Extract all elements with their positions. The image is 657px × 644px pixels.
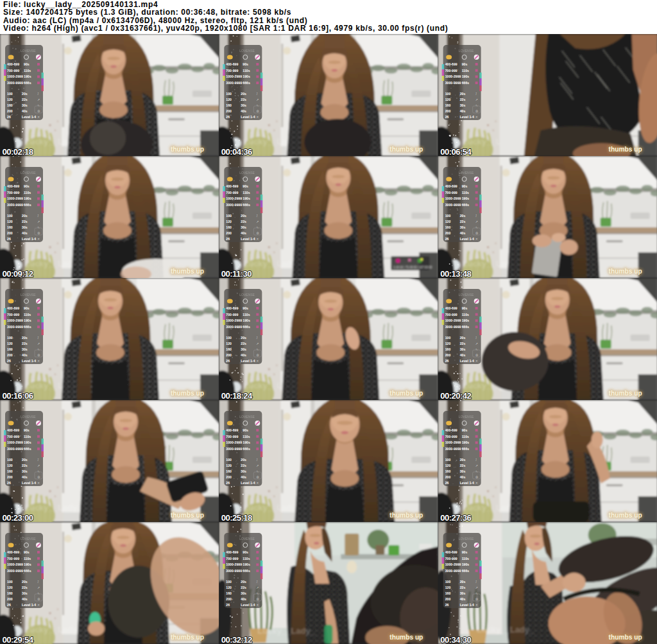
svg-text:30s: 30s — [460, 103, 466, 107]
svg-text:400-699: 400-699 — [7, 550, 19, 554]
svg-text:26: 26 — [7, 237, 11, 241]
svg-text:∿: ∿ — [475, 103, 478, 107]
svg-text:666s: 666s — [462, 81, 470, 85]
svg-text:∿: ∿ — [256, 103, 259, 107]
svg-text:26: 26 — [445, 115, 449, 119]
svg-text:⚙: ⚙ — [256, 109, 259, 113]
svg-text:120: 120 — [226, 98, 232, 101]
svg-text:400-699: 400-699 — [445, 428, 457, 432]
svg-text:20s: 20s — [22, 92, 28, 96]
svg-text:00:09:12: 00:09:12 — [3, 269, 33, 279]
svg-text:110s: 110s — [462, 313, 469, 317]
svg-text:20s: 20s — [241, 92, 246, 96]
svg-text:100: 100 — [226, 336, 232, 340]
svg-text:00:32:12: 00:32:12 — [221, 635, 252, 644]
svg-text:90s: 90s — [462, 62, 468, 66]
svg-text:Level 1-4: Level 1-4 — [460, 237, 474, 241]
svg-text:20s: 20s — [241, 458, 246, 462]
svg-text:thumbs up: thumbs up — [609, 390, 642, 397]
svg-text:400-699: 400-699 — [226, 550, 238, 554]
svg-text:40s: 40s — [460, 475, 466, 479]
svg-text:20s: 20s — [22, 336, 28, 340]
svg-text:00:18:24: 00:18:24 — [221, 391, 253, 401]
svg-text:Level 1-4: Level 1-4 — [460, 481, 474, 485]
svg-text:30s: 30s — [241, 103, 246, 107]
svg-text:✕: ✕ — [37, 603, 40, 607]
svg-text:✕: ✕ — [256, 237, 259, 241]
svg-text:⚙: ⚙ — [256, 597, 259, 601]
svg-text:700-999: 700-999 — [226, 557, 238, 561]
svg-text:90s: 90s — [24, 306, 30, 310]
svg-text:100: 100 — [445, 458, 451, 462]
svg-text:⚙: ⚙ — [37, 231, 40, 235]
svg-text:666s: 666s — [24, 569, 31, 573]
svg-text:↗: ↗ — [475, 98, 478, 101]
svg-text:∿: ∿ — [37, 103, 40, 107]
svg-text:∿: ∿ — [475, 225, 478, 229]
svg-text:100: 100 — [7, 214, 13, 218]
svg-text:26: 26 — [445, 359, 449, 363]
svg-text:✕: ✕ — [475, 481, 478, 485]
svg-text:666s: 666s — [462, 203, 470, 207]
svg-text:110s: 110s — [462, 557, 469, 561]
svg-text:3000-9999: 3000-9999 — [445, 81, 461, 85]
svg-text:1000-2999: 1000-2999 — [445, 440, 461, 444]
svg-text:26: 26 — [226, 115, 230, 119]
svg-text:666s: 666s — [462, 325, 470, 329]
svg-text:700-999: 700-999 — [7, 557, 19, 561]
svg-text:00:34:30: 00:34:30 — [440, 635, 471, 644]
svg-text:26: 26 — [445, 481, 449, 485]
svg-text:1:10:10 | 71:00:00 | 107:00:00: 1:10:10 | 71:00:00 | 107:00:00 — [393, 266, 432, 269]
svg-text:↗: ↗ — [475, 586, 478, 589]
svg-text:3000-9999: 3000-9999 — [226, 203, 242, 207]
svg-text:160: 160 — [445, 591, 451, 595]
svg-text:00:13:48: 00:13:48 — [440, 269, 471, 279]
svg-text:40s: 40s — [22, 475, 28, 479]
svg-text:30s: 30s — [22, 469, 28, 473]
svg-text:700-999: 700-999 — [226, 191, 238, 195]
svg-text:160: 160 — [226, 103, 232, 107]
svg-text:160: 160 — [7, 591, 13, 595]
svg-text:110s: 110s — [243, 69, 250, 73]
svg-text:40s: 40s — [460, 597, 466, 601]
svg-text:Lucky__Lady_: Lucky__Lady_ — [477, 625, 534, 634]
svg-text:20s: 20s — [22, 458, 28, 462]
svg-text:3000-9999: 3000-9999 — [226, 325, 242, 329]
svg-text:40s: 40s — [22, 231, 28, 235]
svg-text:40s: 40s — [22, 597, 28, 601]
svg-text:22s: 22s — [22, 98, 28, 101]
svg-text:200: 200 — [445, 475, 451, 479]
svg-text:↗: ↗ — [37, 342, 40, 345]
svg-text:↗: ↗ — [37, 586, 40, 589]
svg-text:⚙: ⚙ — [37, 475, 40, 479]
svg-text:⚙: ⚙ — [37, 597, 40, 601]
svg-text:1000-2999: 1000-2999 — [445, 196, 461, 200]
svg-text:30s: 30s — [460, 347, 466, 351]
svg-text:LOVENSE: LOVENSE — [239, 293, 255, 297]
svg-text:thumbs up: thumbs up — [389, 146, 423, 153]
svg-text:∿: ∿ — [475, 591, 478, 595]
svg-text:✕: ✕ — [37, 237, 40, 241]
svg-text:✕: ✕ — [37, 359, 40, 363]
svg-text:666s: 666s — [243, 81, 250, 85]
svg-text:700-999: 700-999 — [7, 69, 19, 73]
svg-text:✕: ✕ — [475, 359, 478, 363]
svg-text:40s: 40s — [241, 231, 246, 235]
svg-text:190s: 190s — [24, 196, 31, 200]
svg-text:22s: 22s — [241, 342, 246, 345]
svg-text:30s: 30s — [460, 591, 466, 595]
svg-text:90s: 90s — [243, 184, 248, 188]
svg-text:∿: ∿ — [256, 347, 259, 351]
svg-text:190s: 190s — [243, 562, 250, 566]
svg-text:110s: 110s — [24, 435, 31, 439]
svg-text:100: 100 — [226, 92, 232, 96]
svg-text:100: 100 — [7, 458, 13, 462]
svg-text:400-699: 400-699 — [445, 62, 457, 66]
svg-text:190s: 190s — [24, 440, 31, 444]
svg-text:thumbs up: thumbs up — [389, 390, 423, 397]
svg-text:30s: 30s — [241, 469, 246, 473]
svg-text:160: 160 — [226, 469, 232, 473]
svg-text:400-699: 400-699 — [226, 306, 238, 310]
svg-text:∿: ∿ — [256, 591, 259, 595]
svg-text:22s: 22s — [460, 220, 466, 223]
